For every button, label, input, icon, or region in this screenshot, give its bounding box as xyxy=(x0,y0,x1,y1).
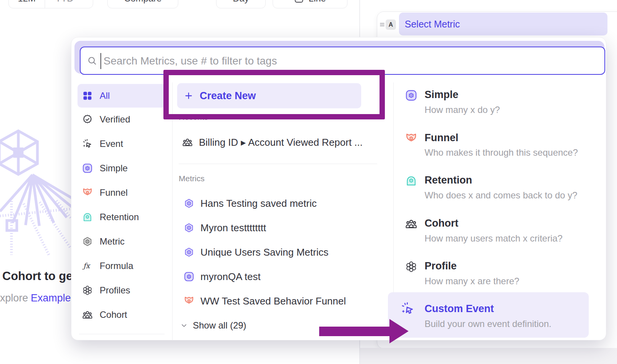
metric-list-item[interactable]: WW Test Saved Behavior Funnel xyxy=(184,290,346,312)
type-title: Custom Event xyxy=(425,303,494,315)
profiles-flower-icon xyxy=(405,261,417,273)
drag-handle-icon[interactable] xyxy=(379,21,386,28)
category-label: Profiles xyxy=(100,285,130,296)
retention-icon xyxy=(82,212,93,222)
metric-hexagon-purple-icon xyxy=(184,198,194,209)
column-divider-left xyxy=(172,82,173,340)
category-label: Funnel xyxy=(100,187,128,198)
funnel-icon xyxy=(405,132,417,145)
category-label: Formula xyxy=(100,261,133,271)
category-label: Cohort xyxy=(100,309,127,320)
type-description: Build your own event definition. xyxy=(425,319,551,329)
formula-icon xyxy=(82,261,93,271)
compare-button[interactable]: Compare xyxy=(107,0,178,8)
recents-divider xyxy=(179,164,377,164)
profiles-flower-icon xyxy=(82,285,93,296)
series-badge: A xyxy=(386,19,396,30)
category-verified[interactable]: Verified xyxy=(78,108,166,131)
category-event[interactable]: Event xyxy=(78,132,166,156)
metric-list-item[interactable]: Myron testttttttt xyxy=(184,216,266,239)
example-link[interactable]: Example xyxy=(31,292,71,304)
line-chart-icon xyxy=(294,0,304,3)
chevron-down-icon xyxy=(180,321,188,330)
chevron-down-icon xyxy=(77,0,83,2)
simple-icon xyxy=(82,163,93,174)
metrics-heading: Metrics xyxy=(179,174,205,183)
metric-item-label: Myron testttttttt xyxy=(200,222,266,234)
recent-item[interactable]: Billing ID ▸ Account Viewed Report ... xyxy=(182,131,363,154)
type-title: Retention xyxy=(425,174,472,186)
time-range-ytd-button[interactable]: YTD xyxy=(45,0,93,8)
custom-event-icon xyxy=(401,301,415,316)
category-all[interactable]: All xyxy=(78,84,166,108)
funnel-icon xyxy=(82,187,93,198)
metric-item-label: myronQA test xyxy=(200,271,261,283)
metric-hexagon-icon xyxy=(82,236,93,247)
metric-hexagon-purple-icon xyxy=(184,222,194,233)
interval-day-button[interactable]: Day xyxy=(216,0,266,8)
category-simple[interactable]: Simple xyxy=(78,156,166,180)
category-profiles[interactable]: Profiles xyxy=(78,279,166,302)
category-formula[interactable]: Formula xyxy=(78,254,166,278)
metric-list-item[interactable]: myronQA test xyxy=(184,265,261,288)
category-metric[interactable]: Metric xyxy=(78,230,166,253)
decorative-wireframe-illustration xyxy=(0,126,76,256)
category-label: Simple xyxy=(100,163,128,174)
annotation-arrow-shaft xyxy=(319,327,389,336)
text-cursor xyxy=(100,53,101,69)
empty-state-hint: xploreExample xyxy=(0,292,71,304)
grid-icon xyxy=(82,90,93,101)
type-description: Who makes it through this sequence? xyxy=(425,147,578,158)
metric-list-item[interactable]: Unique Users Saving Metrics xyxy=(184,241,328,264)
category-label: All xyxy=(100,90,110,101)
category-funnel[interactable]: Funnel xyxy=(78,181,166,205)
category-label: Retention xyxy=(100,212,139,222)
app-canvas: Cohort to ge xploreExample 12M YTD Compa… xyxy=(0,0,617,364)
annotation-highlight-rectangle xyxy=(163,70,385,119)
category-partial[interactable]: T xyxy=(78,336,166,340)
chart-type-label: Line xyxy=(308,0,326,4)
page-background-strip xyxy=(360,348,617,364)
metric-item-label: WW Test Saved Behavior Funnel xyxy=(200,295,346,307)
verified-badge-icon xyxy=(82,114,93,125)
explore-text: xplore xyxy=(0,292,28,304)
simple-icon xyxy=(184,271,194,282)
type-title: Simple xyxy=(425,89,459,101)
show-all-toggle[interactable]: Show all (29) xyxy=(180,314,246,337)
sidebar-divider xyxy=(79,334,165,334)
metric-hexagon-purple-icon xyxy=(184,247,194,258)
category-label: Verified xyxy=(100,114,130,125)
event-cursor-icon xyxy=(82,139,93,149)
metric-item-label: Unique Users Saving Metrics xyxy=(200,246,328,258)
category-label: Event xyxy=(100,139,123,149)
chart-type-line-button[interactable]: Line xyxy=(273,0,347,8)
cohort-people-icon xyxy=(405,218,417,230)
metric-item-label: Hans Testing saved metric xyxy=(200,198,317,209)
type-description: Who does x and comes back to do y? xyxy=(425,190,577,201)
category-retention[interactable]: Retention xyxy=(78,205,166,229)
compare-label: Compare xyxy=(124,0,162,4)
type-description: How many users match x criteria? xyxy=(425,233,562,244)
type-description: How many x do y? xyxy=(425,105,500,115)
retention-icon xyxy=(405,175,417,187)
category-cohort[interactable]: Cohort xyxy=(78,303,166,327)
show-all-label: Show all (29) xyxy=(193,320,246,331)
time-range-segmented-control: 12M YTD xyxy=(8,0,93,8)
metric-list-item[interactable]: Hans Testing saved metric xyxy=(184,192,317,215)
interval-label: Day xyxy=(233,0,249,4)
cohort-people-icon xyxy=(182,137,193,148)
funnel-icon xyxy=(184,296,194,306)
select-metric-slot[interactable]: Select Metric xyxy=(399,13,607,35)
type-title: Cohort xyxy=(425,217,458,229)
time-range-12m-button[interactable]: 12M xyxy=(9,0,45,8)
select-metric-label: Select Metric xyxy=(405,19,460,30)
ytd-label: YTD xyxy=(55,0,74,4)
search-icon xyxy=(87,55,97,66)
type-description: How many x are there? xyxy=(425,276,519,287)
search-halo xyxy=(74,41,604,74)
type-title: Profile xyxy=(425,260,457,272)
recent-item-label: Billing ID ▸ Account Viewed Report ... xyxy=(199,137,363,148)
type-custom-event[interactable] xyxy=(388,292,589,338)
simple-icon xyxy=(405,89,417,101)
empty-state-headline: Cohort to ge xyxy=(2,269,73,283)
